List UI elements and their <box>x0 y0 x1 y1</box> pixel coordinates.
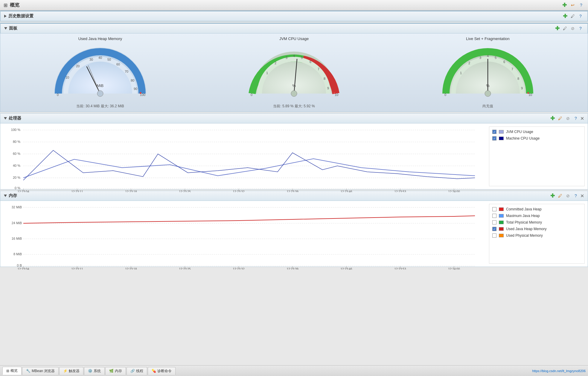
add-icon[interactable]: ✚ <box>561 2 568 8</box>
processor-collapse-icon[interactable] <box>4 117 7 120</box>
used-physical-label: Used Physical Memory <box>506 233 543 238</box>
max-heap-checkbox[interactable] <box>492 214 496 218</box>
tab-diagnostic-label: 诊断命令 <box>157 369 172 374</box>
jvm-cpu-checkbox[interactable] <box>492 130 496 134</box>
svg-text:100 %: 100 % <box>11 128 20 132</box>
memory-disable-icon[interactable]: ⊘ <box>565 192 571 199</box>
svg-text:4: 4 <box>487 54 489 58</box>
tab-overview-label: 概览 <box>10 368 18 373</box>
memory-chart-area: 32 MiB 24 MiB 16 MiB 8 MiB 0 B 12:23:04 … <box>3 204 486 264</box>
memory-legend-committed: Committed Java Heap <box>492 207 581 211</box>
bottom-tabs: ⊞ 概览 🔧 MBean 浏览器 ⚡ 触发器 ⚙️ 系统 🌿 内存 🔗 线程 💊… <box>0 365 588 376</box>
memory-header-right: ✚ 🖊 ⊘ ? ✕ <box>549 192 584 199</box>
history-edit-icon[interactable]: 🖊 <box>569 13 576 19</box>
panel-collapse-icon[interactable] <box>4 27 7 30</box>
svg-text:0 %: 0 % <box>15 186 20 190</box>
history-title: 历史数据设置 <box>8 13 33 19</box>
svg-text:30: 30 <box>89 58 93 61</box>
tab-trigger-icon: ⚡ <box>63 369 68 373</box>
processor-chart-area: 100 % 80 % 60 % 40 % 20 % 0 % <box>3 126 486 186</box>
tab-overview[interactable]: ⊞ 概览 <box>2 367 22 375</box>
svg-text:0: 0 <box>57 93 59 97</box>
history-header-left: 历史数据设置 <box>4 13 33 19</box>
used-physical-checkbox[interactable] <box>492 233 496 238</box>
processor-title: 处理器 <box>9 116 21 121</box>
svg-text:50: 50 <box>107 58 111 61</box>
tab-overview-icon: ⊞ <box>6 369 9 373</box>
tab-system-icon: ⚙️ <box>88 369 92 373</box>
memory-chart-svg: 32 MiB 24 MiB 16 MiB 8 MiB 0 B 12:23:04 … <box>3 204 486 270</box>
panel-help-icon[interactable]: ? <box>577 25 584 32</box>
memory-title: 内存 <box>9 193 17 198</box>
processor-edit-icon[interactable]: 🖊 <box>557 115 563 122</box>
memory-edit-icon[interactable]: 🖊 <box>557 192 563 199</box>
tab-mbean-label: MBean 浏览器 <box>32 369 55 374</box>
max-heap-label: Maximum Java Heap <box>506 214 540 218</box>
refresh-icon[interactable]: ↩ <box>569 2 576 8</box>
svg-text:0: 0 <box>444 93 446 97</box>
tab-mbean[interactable]: 🔧 MBean 浏览器 <box>22 367 59 375</box>
history-help-icon[interactable]: ? <box>577 13 584 19</box>
used-heap-checkbox[interactable] <box>492 227 496 231</box>
tab-diagnostic[interactable]: 💊 诊断命令 <box>148 367 176 375</box>
processor-close-icon[interactable]: ✕ <box>580 116 584 121</box>
svg-text:7: 7 <box>318 67 319 71</box>
svg-text:9: 9 <box>521 86 523 90</box>
committed-heap-checkbox[interactable] <box>492 207 496 211</box>
svg-text:5: 5 <box>301 56 303 59</box>
total-physical-color <box>499 221 504 224</box>
svg-text:6: 6 <box>503 60 505 64</box>
svg-text:8: 8 <box>517 77 519 80</box>
tab-trigger[interactable]: ⚡ 触发器 <box>59 367 83 375</box>
panel-edit-icon[interactable]: 🖊 <box>562 25 568 32</box>
tab-mbean-icon: 🔧 <box>26 369 31 373</box>
tab-memory-icon: 🌿 <box>109 369 114 373</box>
panel-add-icon[interactable]: ✚ <box>554 25 560 32</box>
history-add-icon[interactable]: ✚ <box>562 13 568 19</box>
memory-close-icon[interactable]: ✕ <box>580 193 584 199</box>
svg-text:4: 4 <box>293 54 295 58</box>
processor-legend: JVM CPU Usage Machine CPU Usage <box>489 126 585 186</box>
memory-add-icon[interactable]: ✚ <box>549 192 556 199</box>
tab-thread[interactable]: 🔗 线程 <box>127 367 147 375</box>
machine-cpu-checkbox[interactable] <box>492 136 496 140</box>
panel-title: 面板 <box>9 26 17 31</box>
svg-text:9: 9 <box>327 86 329 90</box>
used-physical-color <box>499 234 504 237</box>
history-collapse-icon[interactable] <box>4 15 7 18</box>
svg-text:40: 40 <box>98 56 102 59</box>
memory-legend-used-heap: Used Java Heap Memory <box>492 227 581 231</box>
svg-text:1: 1 <box>266 71 268 75</box>
tab-memory[interactable]: 🌿 内存 <box>105 367 126 375</box>
cpu-gauge-container: JVM CPU Usage 0 <box>237 36 351 109</box>
svg-text:8 MiB: 8 MiB <box>13 252 22 256</box>
help-icon[interactable]: ? <box>578 2 584 8</box>
memory-collapse-icon[interactable] <box>4 195 7 197</box>
processor-help-icon[interactable]: ? <box>572 115 579 122</box>
liveset-gauge-svg: 0 1 2 3 4 5 6 7 8 9 10 % <box>437 43 539 103</box>
svg-text:80: 80 <box>131 79 134 82</box>
memory-legend-used-physical: Used Physical Memory <box>492 233 581 238</box>
panel-disable-icon[interactable]: ⊘ <box>569 25 576 32</box>
max-heap-color <box>499 214 504 218</box>
processor-disable-icon[interactable]: ⊘ <box>565 115 571 122</box>
page-title: 概览 <box>10 2 19 8</box>
history-section: 历史数据设置 ✚ 🖊 ? <box>0 10 588 22</box>
tab-trigger-label: 触发器 <box>69 369 80 374</box>
svg-text:2: 2 <box>275 61 276 65</box>
memory-legend-total-physical: Total Physical Memory <box>492 220 581 224</box>
tab-system-label: 系统 <box>94 369 101 374</box>
total-physical-checkbox[interactable] <box>492 220 496 224</box>
svg-text:MiB: MiB <box>97 83 103 88</box>
processor-add-icon[interactable]: ✚ <box>549 115 556 122</box>
memory-header: 内存 ✚ 🖊 ⊘ ? ✕ <box>0 191 588 201</box>
liveset-gauge-value: 尚无值 <box>482 104 493 109</box>
memory-help-icon[interactable]: ? <box>572 192 579 199</box>
svg-text:7: 7 <box>511 67 513 71</box>
tab-system[interactable]: ⚙️ 系统 <box>84 367 105 375</box>
url-bar: https://blog.csdn.net/lt_lmgzyno8206 <box>532 369 586 373</box>
svg-point-30 <box>333 92 335 94</box>
history-header-right: ✚ 🖊 ? <box>562 13 584 19</box>
svg-text:80 %: 80 % <box>13 140 20 143</box>
committed-heap-color <box>499 207 504 211</box>
